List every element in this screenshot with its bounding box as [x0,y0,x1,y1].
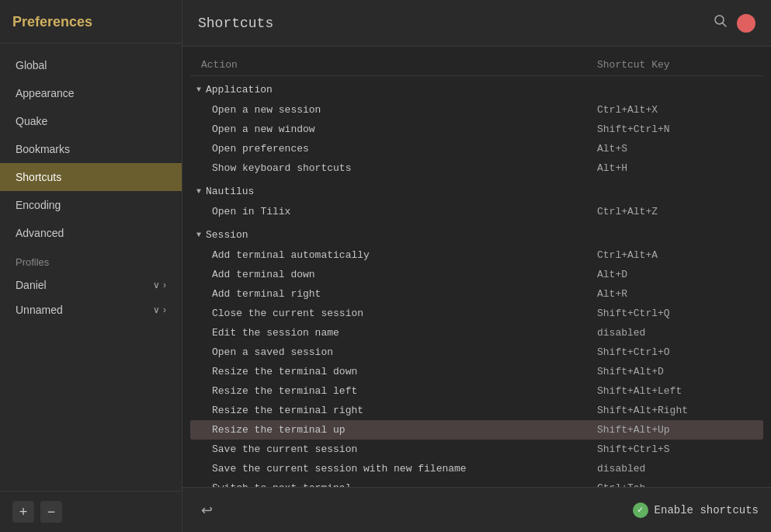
sidebar-item-global[interactable]: Global [0,51,182,79]
table-row[interactable]: Add terminal downAlt+D [190,265,763,284]
table-row[interactable]: Resize the terminal upShift+Alt+Up [190,420,763,440]
shortcut-key: Ctrl+Alt+Z [597,206,752,217]
sidebar: Preferences GlobalAppearanceQuakeBookmar… [0,0,182,532]
chevron-down-icon: ∨ [153,280,160,290]
sidebar-item-bookmarks[interactable]: Bookmarks [0,135,182,163]
undo-button[interactable]: ↩ [195,499,219,522]
sidebar-title: Preferences [0,0,182,43]
close-button[interactable] [737,14,755,33]
section-chevron: ▼ [196,187,201,196]
table-row[interactable]: Open a saved sessionShift+Ctrl+O [190,342,763,362]
main-content: Shortcuts Action Shortcut Key ▼Applicati… [182,0,771,532]
sidebar-profile-daniel[interactable]: Daniel∨› [0,273,182,297]
col-action-header: Action [201,59,597,71]
sidebar-item-quake[interactable]: Quake [0,107,182,135]
profile-icons-daniel: ∨› [153,280,166,290]
sidebar-item-appearance[interactable]: Appearance [0,79,182,107]
table-row[interactable]: Add terminal automaticallyCtrl+Alt+A [190,245,763,265]
sidebar-profile-unnamed[interactable]: Unnamed∨› [0,297,182,322]
action-label: Resize the terminal up [212,424,597,436]
shortcut-key: Shift+Alt+Left [597,385,752,397]
action-label: Resize the terminal left [212,385,597,397]
sidebar-footer: + − [0,491,182,532]
action-label: Open in Tilix [212,206,597,217]
shortcut-key: Alt+R [597,288,752,300]
action-label: Add terminal right [212,288,597,300]
table-row[interactable]: Add terminal rightAlt+R [190,284,763,304]
action-label: Resize the terminal down [212,366,597,377]
section-label: Session [206,229,248,241]
add-profile-button[interactable]: + [12,501,34,523]
action-label: Save the current session with new filena… [212,463,597,475]
action-label: Save the current session [212,443,597,455]
main-header: Shortcuts [182,0,771,47]
enable-shortcuts-container: ✓ Enable shortcuts [633,502,759,518]
table-row[interactable]: Resize the terminal rightShift+Alt+Right [190,401,763,420]
action-label: Edit the session name [212,327,597,339]
shortcut-key: Shift+Ctrl+O [597,346,752,358]
action-label: Open preferences [212,143,597,155]
table-body: ▼ApplicationOpen a new sessionCtrl+Alt+X… [190,79,763,487]
table-row[interactable]: Edit the session namedisabled [190,323,763,342]
shortcut-key: Ctrl+Alt+X [597,104,752,116]
header-actions [714,14,755,33]
shortcut-key: Shift+Ctrl+N [597,123,752,135]
table-row[interactable]: Open a new windowShift+Ctrl+N [190,120,763,139]
enable-shortcuts-checkbox[interactable]: ✓ [633,502,648,518]
sidebar-item-shortcuts[interactable]: Shortcuts [0,163,182,191]
add-profile-icon[interactable]: › [163,304,166,315]
section-chevron: ▼ [196,85,201,94]
sidebar-item-encoding[interactable]: Encoding [0,191,182,219]
profiles-section-label: Profiles [0,247,182,273]
section-chevron: ▼ [196,231,201,239]
shortcut-key: Shift+Alt+Up [597,424,752,436]
table-row[interactable]: Open preferencesAlt+S [190,139,763,158]
table-header: Action Shortcut Key [190,54,763,76]
table-row[interactable]: Open a new sessionCtrl+Alt+X [190,100,763,120]
table-row[interactable]: Show keyboard shortcutsAlt+H [190,158,763,178]
profile-label-daniel: Daniel [16,279,47,291]
svg-line-1 [723,23,727,27]
shortcut-key: disabled [597,327,752,339]
shortcut-key: Alt+H [597,162,752,174]
add-profile-icon[interactable]: › [163,280,166,290]
table-row[interactable]: Save the current sessionShift+Ctrl+S [190,440,763,459]
table-row[interactable]: Open in TilixCtrl+Alt+Z [190,202,763,221]
section-nautilus[interactable]: ▼Nautilus [190,181,763,202]
chevron-down-icon: ∨ [153,304,160,315]
search-button[interactable] [714,14,728,32]
table-row[interactable]: Close the current sessionShift+Ctrl+Q [190,304,763,323]
shortcut-key: Alt+D [597,269,752,280]
enable-shortcuts-label: Enable shortcuts [655,504,759,516]
section-application[interactable]: ▼Application [190,79,763,100]
table-row[interactable]: Switch to next terminalCtrl+Tab [190,478,763,487]
table-row[interactable]: Save the current session with new filena… [190,459,763,478]
main-footer: ↩ ✓ Enable shortcuts [182,487,771,532]
action-label: Open a new window [212,123,597,135]
action-label: Resize the terminal right [212,405,597,416]
shortcut-key: Ctrl+Alt+A [597,249,752,261]
action-label: Show keyboard shortcuts [212,162,597,174]
action-label: Add terminal down [212,269,597,280]
shortcut-key: disabled [597,463,752,475]
col-shortcut-header: Shortcut Key [597,59,752,71]
sidebar-nav: GlobalAppearanceQuakeBookmarksShortcutsE… [0,43,182,491]
main-title: Shortcuts [198,16,273,31]
section-session[interactable]: ▼Session [190,224,763,245]
section-label: Nautilus [206,186,254,197]
shortcut-key: Shift+Alt+Right [597,405,752,416]
profile-icons-unnamed: ∨› [153,304,166,315]
search-icon [714,14,728,28]
profile-label-unnamed: Unnamed [16,304,63,316]
shortcut-key: Shift+Ctrl+Q [597,308,752,319]
shortcut-key: Alt+S [597,143,752,155]
shortcut-key: Shift+Alt+D [597,366,752,377]
shortcuts-table: Action Shortcut Key ▼ApplicationOpen a n… [182,47,771,487]
action-label: Open a saved session [212,346,597,358]
action-label: Add terminal automatically [212,249,597,261]
sidebar-item-advanced[interactable]: Advanced [0,219,182,247]
table-row[interactable]: Resize the terminal leftShift+Alt+Left [190,381,763,401]
table-row[interactable]: Resize the terminal downShift+Alt+D [190,362,763,381]
remove-profile-button[interactable]: − [40,501,62,523]
action-label: Open a new session [212,104,597,116]
